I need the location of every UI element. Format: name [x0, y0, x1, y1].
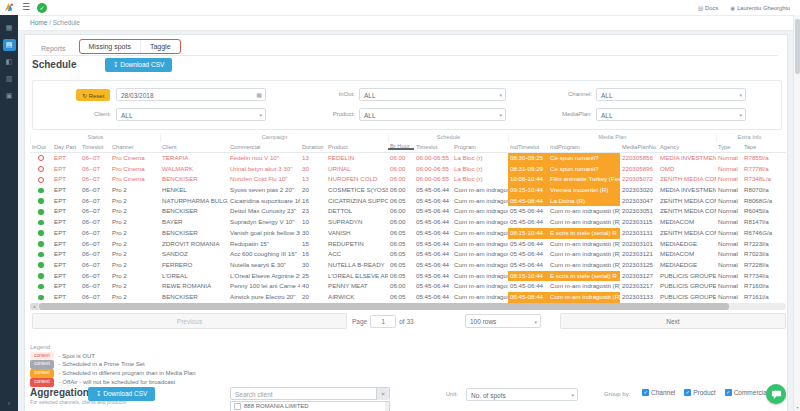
cell: Normal — [716, 271, 742, 282]
search-client-input[interactable]: Search client ✕ — [230, 387, 390, 400]
cell: La Bloc (r) — [452, 174, 508, 185]
legend-badge-prime: context — [30, 360, 54, 369]
tab-missing-spots[interactable]: Missing spots — [80, 40, 140, 53]
sidebar-item-schedule-icon[interactable]: ▤ — [3, 39, 16, 51]
column-header-client[interactable]: Client — [160, 142, 228, 152]
group-by-option-channel[interactable]: ✓Channel — [642, 389, 675, 396]
list-scrollbar[interactable] — [385, 402, 389, 411]
scroll-left-icon[interactable]: ◂ — [30, 303, 38, 310]
column-header-agency[interactable]: Agency — [658, 142, 716, 152]
table-row[interactable]: EPT06--07Pro 2FERRERONutella searyti E 3… — [30, 260, 786, 271]
column-header-inout[interactable]: InOut — [30, 142, 52, 152]
table-row[interactable]: EPT06--07Pro 2BENCKISERAirwick pure Elec… — [30, 292, 786, 303]
column-header-channel[interactable]: Channel — [110, 142, 160, 152]
client-select[interactable]: ALL▾ — [116, 108, 266, 121]
table-row[interactable]: EPT06--07Pro 2BENCKISERDettol Max Curios… — [30, 206, 786, 217]
column-header-duration[interactable]: Duration — [300, 142, 326, 152]
previous-page-button[interactable]: Previous — [32, 313, 347, 329]
cell: EPT — [52, 196, 80, 207]
sidebar-item-dashboard-icon[interactable]: ▦ — [3, 22, 16, 34]
tab-reports[interactable]: Reports — [32, 42, 75, 55]
cell: Supradyn Energy V 10" — [228, 217, 300, 228]
checkbox-checked-icon[interactable]: ✓ — [642, 389, 649, 396]
page-vertical-scrollbar[interactable]: ▾ — [793, 15, 800, 411]
column-header-timeslot[interactable]: Timeslot — [80, 142, 110, 152]
column-header-product[interactable]: Product — [326, 142, 388, 152]
cell: 05:45-06:44 — [508, 217, 548, 228]
sidebar-collapse-icon[interactable]: › — [0, 400, 18, 407]
column-header-mdtimeslot[interactable]: mdTimeslot — [508, 142, 548, 152]
breadcrumb-home-link[interactable]: Home — [30, 19, 47, 26]
column-header-tape[interactable]: Tape — [742, 142, 782, 152]
column-header-mediaplanno[interactable]: MediaPlanNo — [620, 142, 658, 152]
legend-item: context - OffAir - will not be scheduled… — [30, 378, 196, 387]
column-header-program[interactable]: Program — [452, 142, 508, 152]
sidebar-item-reports-icon[interactable]: ◧ — [3, 56, 16, 68]
next-page-button[interactable]: Next — [560, 313, 786, 329]
checkbox-checked-icon[interactable]: ✓ — [725, 389, 732, 396]
reset-button[interactable]: ↻ Reset — [76, 89, 110, 101]
client-checkbox[interactable] — [234, 403, 241, 410]
group-by-option-product[interactable]: ✓Product — [684, 389, 715, 396]
status-out-icon — [38, 166, 44, 172]
cell: 202303217 — [620, 281, 658, 292]
status-cell — [30, 185, 52, 196]
inout-select[interactable]: ALL▾ — [359, 88, 506, 101]
column-header-mdprogram[interactable]: mdProgram — [548, 142, 620, 152]
column-header-type[interactable]: Type — [716, 142, 742, 152]
rows-per-page-select[interactable]: 100 rows▾ — [465, 314, 541, 328]
scrollbar-thumb[interactable] — [39, 303, 729, 310]
clear-search-icon[interactable]: ✕ — [376, 388, 389, 400]
client-list-label: 888 ROMANIA LIMITED — [244, 403, 309, 409]
unit-select[interactable]: No. of spots▾ — [466, 388, 578, 401]
client-list-item[interactable]: 888 ROMANIA LIMITED — [231, 402, 389, 411]
table-row[interactable]: EPT06--07Pro CinemaWALMARKUrinal betyn a… — [30, 164, 786, 175]
column-header-day-part[interactable]: Day Part — [52, 142, 80, 152]
table-row[interactable]: EPT06--07Pro 2REWE ROMANIAPenny 100 lei … — [30, 281, 786, 292]
user-menu[interactable]: ◉Laurentiu Gheorghiu — [730, 5, 790, 11]
scrollbar-thumb[interactable] — [795, 19, 800, 74]
cell: Normal — [716, 239, 742, 250]
channel-select[interactable]: ALL▾ — [596, 88, 746, 101]
sidebar-item-settings-icon[interactable]: ▣ — [3, 90, 16, 102]
table-row[interactable]: EPT06--07Pro 2BENCKISERVanish goal pink … — [30, 228, 786, 239]
chat-widget-button[interactable] — [766, 384, 786, 404]
table-row[interactable]: EPT06--07Pro 2L'OREALL'Oreal Elseve Argi… — [30, 271, 786, 282]
table-row[interactable]: EPT06--07Pro CinemaTERAPIAFedelin nou V … — [30, 153, 786, 164]
cell: 08:31-09:29 — [508, 164, 548, 175]
table-horizontal-scrollbar[interactable]: ◂ — [30, 303, 786, 310]
table-row[interactable]: EPT06--07Pro 2HENKELSyoss seven pias 2 2… — [30, 185, 786, 196]
table-row[interactable]: EPT06--07Pro 2BAYERSupradyn Energy V 10"… — [30, 217, 786, 228]
mediaplan-select[interactable]: ALL▾ — [596, 108, 746, 121]
product-select[interactable]: ALL▾ — [359, 108, 506, 121]
cell: PENNY MEAT — [326, 281, 388, 292]
cell: L'OREAL ELSEVE ARGININE — [326, 271, 388, 282]
cell: ZENITH MEDIA COMMUNI... — [658, 196, 716, 207]
menu-toggle-icon[interactable]: ☰ — [22, 0, 30, 15]
column-group-media-plan: Media Plan — [508, 133, 716, 142]
cell: 10 — [300, 217, 326, 228]
table-row[interactable]: EPT06--07Pro 2SANDOZAcc 600 coughing III… — [30, 249, 786, 260]
cell: Pro 2 — [110, 196, 160, 207]
cell: Cum m-am indragostit (R) — [452, 249, 508, 260]
table-row[interactable]: EPT06--07Pro 2NATURPHARMA BULGARIACicatr… — [30, 196, 786, 207]
column-header-br-hour[interactable]: Br Hour — [388, 142, 414, 150]
column-header-timeslot[interactable]: Timeslot — [414, 142, 452, 152]
date-input[interactable]: 28/03/2018▦ — [116, 88, 266, 101]
column-header-commercial[interactable]: Commercial — [228, 142, 300, 152]
sidebar-item-clients-icon[interactable]: ▥ — [3, 73, 16, 85]
checkbox-checked-icon[interactable]: ✓ — [684, 389, 691, 396]
scroll-down-icon[interactable]: ▾ — [794, 405, 800, 410]
group-by-option-commercial[interactable]: ✓Commercial — [725, 389, 769, 396]
download-csv-button[interactable]: ↧ Download CSV — [105, 58, 172, 72]
page-number-input[interactable]: 1 — [370, 315, 396, 328]
aggregation-download-csv-button[interactable]: ↧ Download CSV — [88, 387, 155, 401]
table-row[interactable]: EPT06--07Pro 2ZDROVIT ROMANIARedupatin 1… — [30, 239, 786, 250]
cell: Airwick pure Electro 20" — [228, 292, 300, 303]
cell: 15 — [300, 239, 326, 250]
tab-taggle[interactable]: Taggle — [140, 40, 180, 53]
table-row[interactable]: EPT06--07Pro CinemaBENCKISERNurofen Cold… — [30, 174, 786, 185]
table-column-header-row: InOutDay PartTimeslotChannelClientCommer… — [30, 142, 786, 153]
aggregation-title: Aggregation — [30, 387, 89, 398]
docs-link[interactable]: ▤Docs — [698, 5, 718, 11]
